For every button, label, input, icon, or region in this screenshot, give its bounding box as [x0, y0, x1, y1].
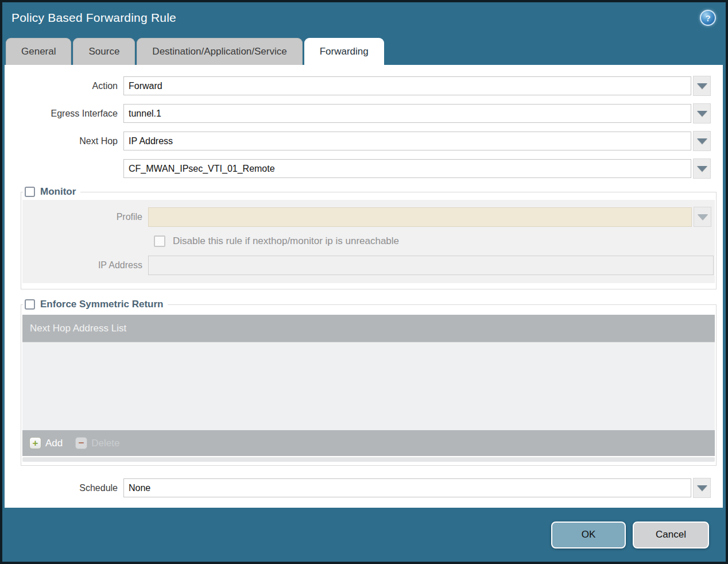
egress-interface-label: Egress Interface [5, 109, 123, 119]
tab-label: Destination/Application/Service [152, 46, 286, 57]
profile-combo [148, 207, 715, 227]
policy-based-forwarding-dialog: Policy Based Forwarding Rule ? General S… [2, 2, 726, 562]
next-hop-row: Next Hop [5, 131, 723, 151]
next-hop-combo [123, 131, 711, 151]
schedule-row: Schedule [5, 478, 723, 498]
action-combo [123, 76, 711, 96]
monitor-section: Monitor Profile Disable [21, 186, 717, 289]
chevron-down-icon [697, 166, 707, 172]
action-label: Action [5, 81, 123, 91]
profile-dropdown-button [694, 207, 711, 227]
next-hop-label: Next Hop [5, 136, 123, 146]
help-icon-glyph: ? [705, 14, 710, 22]
action-input[interactable] [123, 76, 691, 95]
profile-row: Profile [22, 207, 715, 227]
tab-bar: General Source Destination/Application/S… [2, 38, 726, 65]
next-hop-address-row [5, 159, 723, 179]
schedule-input[interactable] [123, 478, 691, 497]
tab-label: General [21, 46, 56, 57]
egress-interface-input[interactable] [123, 104, 691, 123]
next-hop-address-list-toolbar: + Add − Delete [22, 430, 715, 456]
chevron-down-icon [697, 485, 707, 491]
dialog-title: Policy Based Forwarding Rule [11, 11, 176, 25]
dialog-frame: Policy Based Forwarding Rule ? General S… [0, 0, 728, 564]
horizontal-scrollbar[interactable] [22, 457, 715, 462]
egress-interface-row: Egress Interface [5, 103, 723, 123]
monitor-ip-address-row: IP Address [22, 256, 715, 275]
monitor-ip-address-label: IP Address [22, 260, 148, 271]
tab-general[interactable]: General [6, 38, 71, 65]
tab-source[interactable]: Source [73, 38, 135, 65]
next-hop-type-input[interactable] [123, 132, 691, 150]
tab-forwarding[interactable]: Forwarding [304, 38, 384, 65]
action-row: Action [5, 76, 723, 96]
monitor-legend-label: Monitor [40, 186, 76, 198]
dialog-footer: OK Cancel [2, 508, 726, 562]
enforce-legend: Enforce Symmetric Return [23, 299, 168, 310]
add-button[interactable]: + Add [29, 437, 63, 449]
add-button-label: Add [45, 438, 63, 449]
next-hop-address-input[interactable] [123, 159, 691, 178]
chevron-down-icon [697, 83, 707, 89]
schedule-label: Schedule [5, 483, 123, 493]
help-icon[interactable]: ? [700, 10, 716, 26]
monitor-checkbox[interactable] [25, 187, 35, 197]
monitor-legend: Monitor [23, 186, 80, 198]
profile-input [148, 207, 692, 227]
schedule-combo [123, 478, 711, 498]
monitor-panel: Profile Disable this rule if nexthop/mon… [22, 200, 715, 283]
cancel-button[interactable]: Cancel [633, 521, 709, 548]
monitor-ip-address-input [148, 256, 714, 275]
schedule-dropdown-button[interactable] [693, 478, 711, 498]
tab-label: Forwarding [320, 46, 369, 57]
disable-rule-checkbox[interactable] [154, 235, 165, 247]
disable-rule-label: Disable this rule if nexthop/monitor ip … [173, 235, 399, 247]
enforce-symmetric-return-section: Enforce Symmetric Return Next Hop Addres… [21, 299, 717, 466]
enforce-symmetric-return-checkbox[interactable] [25, 299, 35, 310]
ok-button[interactable]: OK [551, 521, 626, 548]
chevron-down-icon [697, 138, 707, 144]
profile-label: Profile [22, 212, 148, 222]
chevron-down-icon [697, 111, 707, 117]
tab-destination-application-service[interactable]: Destination/Application/Service [137, 38, 302, 65]
next-hop-address-list-header: Next Hop Address List [22, 315, 715, 342]
next-hop-dropdown-button[interactable] [693, 131, 711, 151]
tab-label: Source [88, 46, 119, 57]
delete-button[interactable]: − Delete [75, 437, 119, 449]
next-hop-address-dropdown-button[interactable] [693, 159, 711, 179]
egress-interface-combo [123, 103, 711, 123]
title-bar: Policy Based Forwarding Rule ? [2, 2, 726, 38]
next-hop-address-list-table: Next Hop Address List + Add − Delete [22, 315, 715, 462]
tab-content-forwarding: Action Egress Interface Ne [5, 65, 723, 508]
disable-rule-row: Disable this rule if nexthop/monitor ip … [154, 235, 715, 247]
egress-interface-dropdown-button[interactable] [693, 103, 711, 123]
add-icon: + [29, 437, 41, 449]
delete-button-label: Delete [91, 438, 119, 449]
chevron-down-icon [698, 214, 708, 220]
next-hop-address-list-body[interactable] [22, 342, 715, 430]
enforce-legend-label: Enforce Symmetric Return [40, 299, 163, 310]
next-hop-address-combo [123, 159, 711, 179]
action-dropdown-button[interactable] [693, 76, 711, 96]
delete-icon: − [75, 437, 87, 449]
